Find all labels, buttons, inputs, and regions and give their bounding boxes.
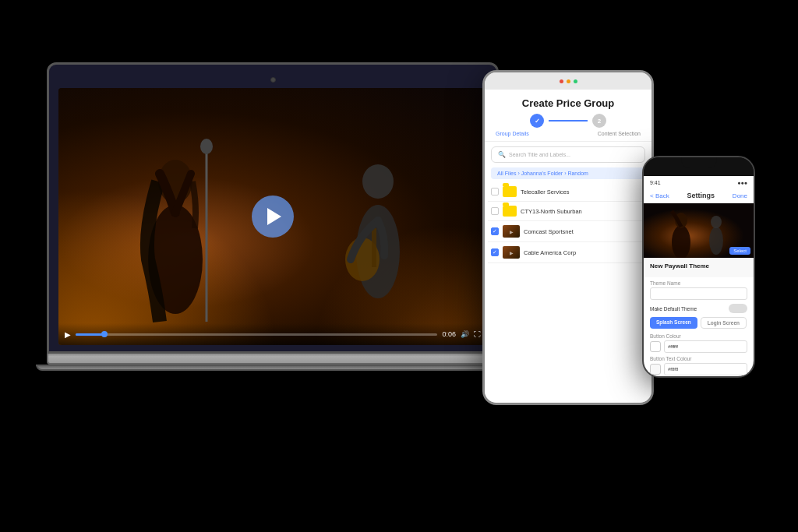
phone-video-overlay: Select xyxy=(729,247,750,255)
phone-notch xyxy=(644,157,754,176)
phone-notch-cutout xyxy=(681,157,716,168)
phone-paywall-section: New Paywall Theme xyxy=(644,258,754,277)
laptop-screen-outer: ▶ 0:06 🔊 ⛶ xyxy=(47,62,499,354)
play-button[interactable] xyxy=(252,196,294,238)
volume-icon[interactable]: 🔊 xyxy=(461,330,469,338)
control-play-icon[interactable]: ▶ xyxy=(65,330,71,339)
svg-rect-7 xyxy=(372,228,376,267)
singer-figure xyxy=(105,104,261,329)
file-checkbox-4[interactable] xyxy=(491,248,499,256)
tablet-header xyxy=(485,72,651,90)
laptop-base xyxy=(47,354,499,365)
login-screen-tab[interactable]: Login Screen xyxy=(701,317,747,329)
tablet-app-title: Create Price Group xyxy=(494,97,642,109)
svg-point-5 xyxy=(362,164,394,199)
fullscreen-icon[interactable]: ⛶ xyxy=(474,330,481,338)
tablet-dot-red xyxy=(560,79,563,83)
phone-tabs-row: Splash Screen Login Screen xyxy=(650,317,747,329)
step-line xyxy=(549,120,588,122)
phone-signal: ●●● xyxy=(737,180,747,185)
laptop-foot xyxy=(36,365,510,371)
tablet-content: Create Price Group ✓ 2 Group Details Con… xyxy=(485,90,651,403)
default-theme-toggle-row: Make Default Theme xyxy=(650,304,747,313)
button-color-label: Button Colour xyxy=(650,333,747,339)
laptop-camera xyxy=(270,77,276,83)
search-placeholder-text: Search Title and Labels... xyxy=(509,152,570,157)
step-1-circle: ✓ xyxy=(530,114,544,128)
file-item[interactable]: ▶ Cable America Corp xyxy=(488,242,648,263)
button-color-input[interactable]: #ffffff xyxy=(664,340,747,353)
svg-point-3 xyxy=(200,139,213,154)
video-thumb-4: ▶ xyxy=(503,246,520,259)
file-item[interactable]: Telecaller Services xyxy=(488,182,648,202)
step-1-label: Group Details xyxy=(496,131,529,136)
file-list: Telecaller Services CTY13-North Suburban… xyxy=(485,182,651,263)
tablet-dot-yellow xyxy=(567,79,570,83)
phone: 9:41 ●●● < Back Settings Done xyxy=(642,156,755,378)
phone-done-button[interactable]: Done xyxy=(733,192,747,199)
button-text-color-row: #f8f8 xyxy=(650,363,747,375)
video-controls: ▶ 0:06 🔊 ⛶ xyxy=(58,323,487,345)
button-color-row: #ffffff xyxy=(650,340,747,353)
search-icon: 🔍 xyxy=(498,151,506,158)
phone-header: < Back Settings Done xyxy=(644,188,754,203)
file-name-3: Comcast Sportsnet xyxy=(524,228,645,235)
folder-breadcrumb[interactable]: All Files › Johanna's Folder › Random xyxy=(491,167,645,179)
file-item[interactable]: ▶ Comcast Sportsnet xyxy=(488,221,648,242)
guitarist-figure xyxy=(316,127,440,329)
phone-time: 9:41 xyxy=(650,180,661,185)
splash-screen-tab[interactable]: Splash Screen xyxy=(650,317,697,329)
tablet-app-header: Create Price Group ✓ 2 Group Details Con… xyxy=(485,90,651,142)
time-display: 0:06 xyxy=(442,330,456,338)
button-text-color-swatch[interactable] xyxy=(650,364,661,375)
tablet: Create Price Group ✓ 2 Group Details Con… xyxy=(482,70,654,405)
phone-section-title: New Paywall Theme xyxy=(650,262,747,270)
play-icon xyxy=(267,208,281,225)
steps-bar: ✓ 2 xyxy=(494,114,642,128)
svg-point-9 xyxy=(672,225,690,258)
scene: ▶ 0:06 🔊 ⛶ xyxy=(0,0,798,532)
step-labels: Group Details Content Selection xyxy=(494,131,642,136)
step-2-label: Content Selection xyxy=(598,131,641,136)
phone-header-title: Settings xyxy=(687,192,715,199)
folder-icon-2 xyxy=(503,206,517,217)
file-name-4: Cable America Corp xyxy=(524,249,645,256)
button-text-color-label: Button Text Colour xyxy=(650,356,747,361)
folder-icon-1 xyxy=(503,186,517,197)
step-2-circle: 2 xyxy=(592,114,606,128)
svg-point-12 xyxy=(711,216,722,228)
phone-form: Theme Name Make Default Theme Splash Scr… xyxy=(644,277,754,376)
file-item[interactable]: CTY13-North Suburban xyxy=(488,202,648,221)
file-checkbox-2[interactable] xyxy=(491,207,499,215)
laptop: ▶ 0:06 🔊 ⛶ xyxy=(47,62,499,371)
button-color-swatch[interactable] xyxy=(650,341,661,352)
tablet-search-bar[interactable]: 🔍 Search Title and Labels... xyxy=(491,146,645,163)
video-thumb-3: ▶ xyxy=(503,225,520,238)
svg-point-11 xyxy=(709,227,723,255)
laptop-notch-bar xyxy=(58,74,487,85)
file-checkbox-1[interactable] xyxy=(491,188,499,196)
progress-bar[interactable] xyxy=(76,333,437,336)
tablet-dot-green xyxy=(574,79,577,83)
theme-name-label: Theme Name xyxy=(650,280,747,286)
default-theme-toggle[interactable] xyxy=(729,304,747,313)
progress-fill xyxy=(76,333,104,336)
phone-screen: 9:41 ●●● < Back Settings Done xyxy=(644,176,754,376)
theme-name-input[interactable] xyxy=(650,287,747,300)
button-text-color-input[interactable]: #f8f8 xyxy=(664,363,747,375)
default-theme-label: Make Default Theme xyxy=(650,306,697,312)
progress-dot xyxy=(101,331,108,337)
laptop-screen: ▶ 0:06 🔊 ⛶ xyxy=(58,88,487,345)
phone-status-bar: 9:41 ●●● xyxy=(644,176,754,188)
file-name-1: Telecaller Services xyxy=(521,188,645,196)
file-name-2: CTY13-North Suburban xyxy=(521,208,645,215)
phone-video-thumbnail: Select xyxy=(644,203,754,258)
phone-back-button[interactable]: < Back xyxy=(650,192,669,199)
concert-background: ▶ 0:06 🔊 ⛶ xyxy=(58,88,487,345)
file-checkbox-3[interactable] xyxy=(491,227,499,235)
